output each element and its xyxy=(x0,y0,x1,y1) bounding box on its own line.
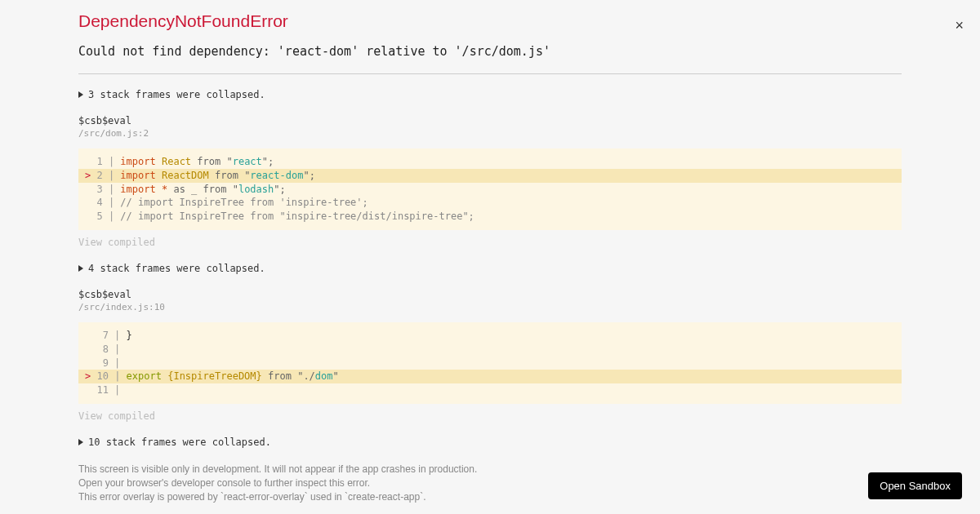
frame-location: /src/dom.js:2 xyxy=(78,128,902,139)
footer-line: Open your browser's developer console to… xyxy=(78,476,902,490)
footer-note: This screen is visible only in developme… xyxy=(78,463,902,503)
footer-line: This screen is visible only in developme… xyxy=(78,463,902,476)
frame-function: $csb$eval xyxy=(78,289,902,300)
code-block: 7 | } 8 | 9 | > 10 | export {InspireTree… xyxy=(78,322,902,404)
error-title: DependencyNotFoundError xyxy=(78,11,288,31)
code-line: 9 | xyxy=(78,357,902,370)
code-block: 1 | import React from "react";> 2 | impo… xyxy=(78,148,902,230)
code-line: > 10 | export {InspireTreeDOM} from "./d… xyxy=(78,370,902,383)
code-line: > 2 | import ReactDOM from "react-dom"; xyxy=(78,169,902,183)
chevron-right-icon xyxy=(78,265,83,272)
view-compiled-link[interactable]: View compiled xyxy=(78,410,902,422)
code-line: 7 | } xyxy=(78,329,902,343)
footer-line: This error overlay is powered by `react-… xyxy=(78,490,902,504)
separator xyxy=(78,73,902,74)
code-line: 5 | // import InspireTree from "inspire-… xyxy=(78,210,902,224)
chevron-right-icon xyxy=(78,91,83,98)
chevron-right-icon xyxy=(78,439,83,445)
code-line: 8 | xyxy=(78,343,902,357)
frame-function: $csb$eval xyxy=(78,115,902,126)
code-line: 3 | import * as _ from "lodash"; xyxy=(78,183,902,197)
error-message: Could not find dependency: 'react-dom' r… xyxy=(78,44,902,59)
close-button[interactable]: × xyxy=(951,15,967,36)
view-compiled-link[interactable]: View compiled xyxy=(78,237,902,248)
code-line: 4 | // import InspireTree from 'inspire-… xyxy=(78,196,902,210)
code-line: 11 | xyxy=(78,383,902,397)
collapse-label: 3 stack frames were collapsed. xyxy=(88,89,265,100)
collapse-label: 10 stack frames were collapsed. xyxy=(88,436,271,448)
collapse-toggle[interactable]: 3 stack frames were collapsed. xyxy=(78,89,902,100)
collapse-toggle[interactable]: 4 stack frames were collapsed. xyxy=(78,263,902,274)
open-sandbox-button[interactable]: Open Sandbox xyxy=(868,472,962,499)
collapse-label: 4 stack frames were collapsed. xyxy=(88,263,265,274)
frame-location: /src/index.js:10 xyxy=(78,302,902,312)
collapse-toggle[interactable]: 10 stack frames were collapsed. xyxy=(78,436,902,448)
code-line: 1 | import React from "react"; xyxy=(78,155,902,169)
